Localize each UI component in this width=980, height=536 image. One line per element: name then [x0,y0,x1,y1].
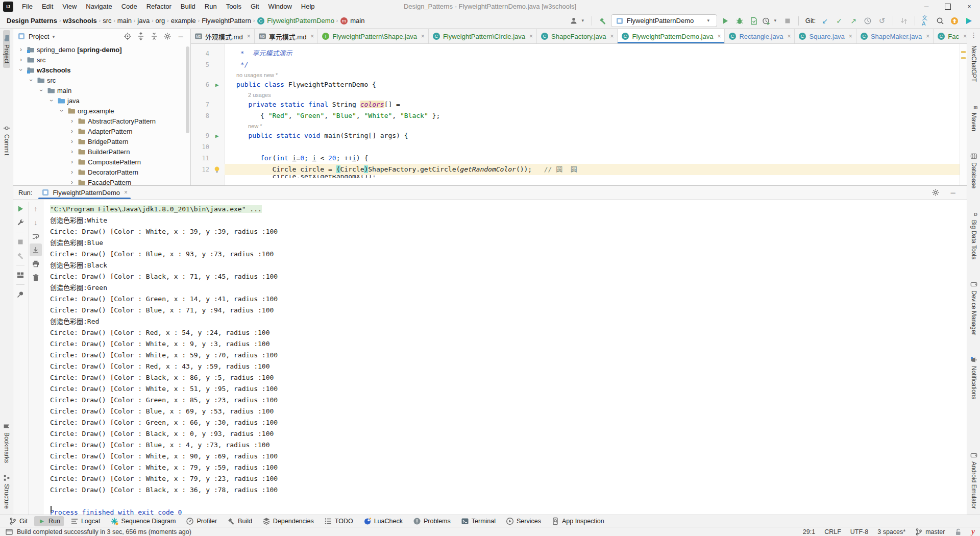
tool-window-button-app-inspection[interactable]: App Inspection [548,516,608,526]
chevron-right-icon[interactable]: › [17,46,24,53]
tool-window-button-todo[interactable]: TODO [321,516,357,526]
profiler-button[interactable]: ▾ [762,15,779,27]
close-icon[interactable]: × [717,33,721,40]
stop-button[interactable] [14,235,27,248]
run-configuration-tab[interactable]: FlyweightPatternDemo × [38,186,131,199]
tree-item-w3schools[interactable]: ›w3schools [13,65,190,75]
chevron-down-icon[interactable]: › [48,97,55,104]
code-editor[interactable]: 4 * 享元模式演示5 */no usages new *6▶public cl… [191,44,967,185]
run-console[interactable]: "C:\Program Files\Java\jdk1.8.0_201\bin\… [43,200,967,515]
tool-window-button-sequence-diagram[interactable]: Sequence Diagram [107,516,179,526]
tool-window-button-build[interactable]: Build [224,516,256,526]
editor-tab[interactable]: CFlyweightPatternDemo.java× [618,29,725,43]
tool-stripe-maven[interactable]: mMaven [970,99,977,136]
menu-run[interactable]: Run [200,0,222,13]
restart-build-button[interactable] [14,249,27,262]
tool-window-button-profiler[interactable]: Profiler [182,516,220,526]
tool-window-button-git[interactable]: Git [5,516,31,526]
tree-scrollbar[interactable] [186,46,189,133]
print-button[interactable] [30,257,42,270]
profile-button[interactable]: ▾ [570,15,587,27]
tool-window-button-terminal[interactable]: Terminal [457,516,499,526]
tree-item-bridgepattern[interactable]: ›BridgePattern [13,136,190,147]
maximize-button[interactable] [937,0,959,13]
breadcrumb-item[interactable]: w3schools [61,17,98,25]
tool-stripe-device-manager[interactable]: Device Manager [970,276,977,339]
inlay-text[interactable]: no usages new * [225,72,278,78]
tool-stripe-project[interactable]: Project [3,30,10,68]
tool-window-button-dependencies[interactable]: Dependencies [259,516,317,526]
ide-update-button[interactable] [948,15,961,27]
breadcrumb-item[interactable]: FlyweightPattern [200,17,253,25]
locate-file-button[interactable] [122,31,133,42]
sync-button[interactable] [898,15,910,27]
scroll-to-end-button[interactable] [30,243,42,256]
editor-error-stripe[interactable] [960,44,967,185]
tool-stripe-structure[interactable]: Structure [3,470,10,514]
chevron-down-icon[interactable]: › [28,77,34,84]
tree-item-org.example[interactable]: ›org.example [13,106,190,116]
hide-run-panel-button[interactable]: ─ [947,187,959,198]
chevron-right-icon[interactable]: › [68,179,76,185]
breadcrumb-item[interactable]: org [154,17,167,25]
tool-stripe-bookmarks[interactable]: Bookmarks [3,418,10,468]
tree-item-src[interactable]: ›src [13,55,190,65]
tool-window-button-problems[interactable]: Problems [409,516,454,526]
project-view-selector[interactable]: Project ▾ [17,32,55,40]
run-with-coverage-button[interactable] [748,15,760,27]
chevron-right-icon[interactable]: › [68,138,76,144]
menu-view[interactable]: View [58,0,81,13]
tree-item-adapterpattern[interactable]: ›AdapterPattern [13,126,190,136]
editor-tab[interactable]: CFac× [934,29,967,43]
breadcrumb-item[interactable]: src [101,17,113,25]
layout-settings-button[interactable] [14,269,27,281]
build-project-button[interactable] [597,15,609,27]
tree-item-abstractfactorypattern[interactable]: ›AbstractFactoryPattern [13,116,190,126]
run-configuration-select[interactable]: FlyweightPatternDemo▾ [611,14,717,27]
panel-settings-button[interactable] [162,31,173,42]
close-icon[interactable]: × [610,33,614,40]
run-button[interactable] [719,15,731,27]
status-widget-29-1[interactable]: 29:1 [803,528,815,535]
tree-item-compositepattern[interactable]: ›CompositePattern [13,157,190,167]
close-icon[interactable]: × [421,33,425,40]
tree-item-decoratorpattern[interactable]: ›DecoratorPattern [13,167,190,177]
chevron-down-icon[interactable]: › [59,107,65,114]
close-icon[interactable]: × [849,33,852,40]
close-icon[interactable]: × [247,33,251,40]
tool-window-button-logcat[interactable]: Logcat [67,516,104,526]
status-widget-crlf[interactable]: CRLF [824,528,841,535]
clear-console-button[interactable] [30,271,42,284]
tree-item-java[interactable]: ›java [13,95,190,106]
menu-build[interactable]: Build [176,0,200,13]
chevron-right-icon[interactable]: › [68,149,76,155]
tool-stripe-notifications[interactable]: Notifications [970,352,977,404]
close-icon[interactable]: × [529,33,533,40]
stop-button[interactable] [781,15,794,27]
plugin-y-icon[interactable]: y [971,527,975,536]
tree-item-spring_demo[interactable]: ›spring_demo [spring-demo] [13,44,190,55]
close-icon[interactable]: × [787,33,791,40]
git-push-button[interactable]: ↗ [847,15,860,27]
menu-code[interactable]: Code [117,0,142,13]
inlay-text[interactable]: new * [225,123,262,129]
status-widget-3-spaces-[interactable]: 3 spaces* [877,528,905,535]
tool-window-button-luacheck[interactable]: LuaCheck [360,516,406,526]
chevron-down-icon[interactable]: › [38,87,44,94]
status-widget-master[interactable]: master [915,528,945,536]
tool-stripe-nexchatgpt[interactable]: NexChatGPT [970,41,977,86]
breadcrumb-item[interactable]: Design Patterns [5,17,59,25]
tool-stripe-android-emulator[interactable]: Android Emulator [970,447,977,514]
tree-item-facadepattern[interactable]: ›FacadePattern [13,177,190,185]
menu-refactor[interactable]: Refactor [142,0,176,13]
chevron-right-icon[interactable]: › [68,118,76,124]
more-tool-windows-icon[interactable]: ⋮ [970,29,977,41]
pin-tab-button[interactable] [14,288,27,301]
inlay-text[interactable]: 2 usages [225,92,271,98]
status-widget-utf-8[interactable]: UTF-8 [850,528,868,535]
tool-stripe-commit[interactable]: Commit [3,120,10,160]
git-commit-button[interactable]: ✓ [833,15,845,27]
run-settings-button[interactable] [930,187,941,198]
tree-item-builderpattern[interactable]: ›BuilderPattern [13,147,190,157]
debug-button[interactable] [733,15,746,27]
